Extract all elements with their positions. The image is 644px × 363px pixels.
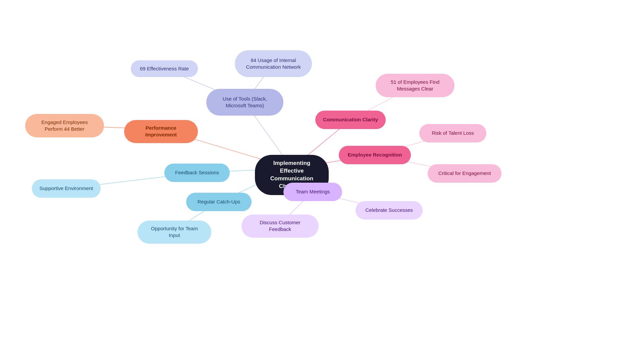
employee-recognition-node: Employee Recognition [339,146,411,164]
discuss-customer-feedback-node: Discuss Customer Feedback [241,215,319,238]
feedback-sessions-node: Feedback Sessions [164,164,230,182]
messages-clear-node: 51 of Employees Find Messages Clear [376,74,454,97]
celebrate-successes-node: Celebrate Successes [356,201,423,220]
regular-catchups-node: Regular Catch-Ups [186,193,252,211]
internal-network-node: 84 Usage of Internal Communication Netwo… [235,50,312,77]
opportunity-team-input-node: Opportunity for Team Input [138,221,211,244]
critical-engagement-node: Critical for Engagement [428,164,501,183]
communication-clarity-node: Communication Clarity [315,111,386,129]
effectiveness-rate-node: 69 Effectiveness Rate [131,60,198,77]
supportive-environment-node: Supportive Environment [32,179,101,198]
engaged-employees-node: Engaged Employees Perform 44 Better [25,114,104,137]
risk-talent-loss-node: Risk of Talent Loss [419,124,486,142]
team-meetings-node: Team Meetings [283,183,342,201]
performance-improvement-node: Performance Improvement [124,120,198,143]
mindmap-container: Implementing Effective Communication Cha… [0,0,644,363]
tools-usage-node: Use of Tools (Slack, Microsoft Teams) [206,89,283,116]
